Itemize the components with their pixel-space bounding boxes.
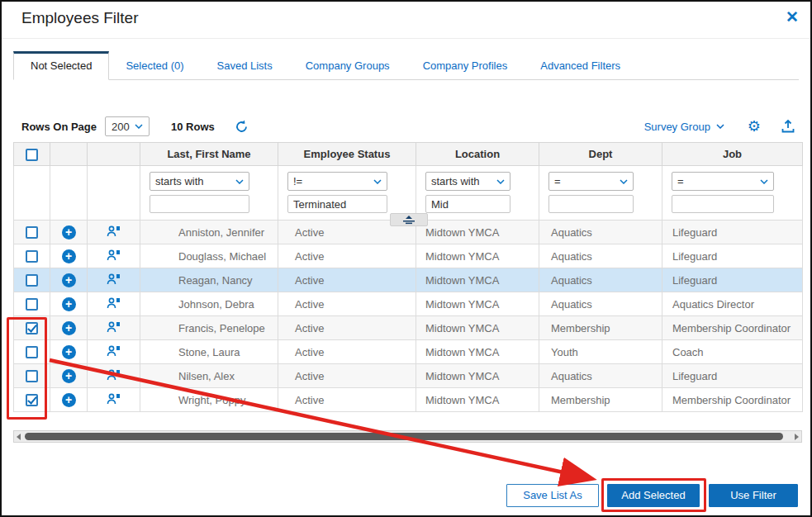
employee-profile-icon[interactable] [107,296,121,310]
employees-filter-dialog: Employees Filter ✕ Not Selected Selected… [0,0,812,517]
employee-profile-icon[interactable] [107,368,121,382]
cell-name: Johnson, Debra [140,292,278,316]
page-size-dropdown[interactable]: 200 [105,116,150,136]
column-header-name[interactable]: Last, First Name [140,143,278,166]
cell-status: Active [278,292,416,316]
table-row[interactable]: + Reagan, Nancy Active Midtown YMCA Aqua… [14,268,803,292]
chevron-down-icon [373,179,382,184]
cell-name: Reagan, Nancy [140,268,278,292]
cell-dept: Aquatics [539,244,662,268]
cell-dept: Youth [539,340,662,364]
add-circle-icon[interactable]: + [62,369,76,383]
cell-job: Membership Coordinator [662,316,803,340]
scroll-left-arrow-icon[interactable] [17,434,21,440]
tab-bar: Not Selected Selected (0) Saved Lists Co… [13,51,799,80]
job-filter-input[interactable] [672,195,774,213]
scrollbar-thumb[interactable] [25,433,783,440]
cell-dept: Aquatics [539,221,662,244]
cell-status: Active [278,244,416,268]
tab-selected[interactable]: Selected (0) [109,52,200,79]
status-filter-input[interactable] [287,195,387,213]
sort-handle-icon[interactable] [390,213,428,226]
cell-job: Membership Coordinator [662,388,803,412]
table-header-row: Last, First Name Employee Status Locatio… [14,143,803,166]
cell-status: Active [278,316,416,340]
tab-company-profiles[interactable]: Company Profiles [406,52,525,79]
dept-filter-input[interactable] [548,195,634,213]
table-row[interactable]: + Douglass, Michael Active Midtown YMCA … [14,244,803,268]
row-checkbox[interactable] [26,322,38,334]
employee-profile-icon[interactable] [107,344,121,358]
status-filter-operator[interactable]: != [287,172,387,191]
tab-company-groups[interactable]: Company Groups [289,52,406,79]
employee-profile-icon[interactable] [107,392,121,406]
cell-status: Active [278,268,416,292]
column-header-location[interactable]: Location [416,143,539,166]
cell-location: Midtown YMCA [416,292,539,316]
employee-profile-icon[interactable] [107,273,121,286]
table-row[interactable]: + Johnson, Debra Active Midtown YMCA Aqu… [14,292,803,316]
cell-status: Active [278,340,416,364]
location-filter-operator[interactable]: starts with [425,172,510,191]
add-circle-icon[interactable]: + [62,273,76,287]
refresh-button[interactable] [235,120,249,134]
chevron-down-icon [235,179,244,184]
horizontal-scrollbar[interactable] [13,430,802,443]
cell-location: Midtown YMCA [416,221,539,244]
cell-name: Francis, Penelope [140,316,278,340]
select-all-checkbox[interactable] [26,149,38,161]
tab-saved-lists[interactable]: Saved Lists [201,52,289,79]
cell-name: Wright, Poppy [140,388,278,412]
table-row[interactable]: + Stone, Laura Active Midtown YMCA Youth… [14,340,803,364]
chevron-down-icon [716,124,724,129]
export-button[interactable] [781,119,795,134]
cell-name: Douglass, Michael [140,244,278,268]
job-filter-operator[interactable]: = [672,172,774,191]
row-checkbox[interactable] [26,226,38,239]
cell-location: Midtown YMCA [416,340,539,364]
row-checkbox[interactable] [26,298,38,311]
add-selected-button[interactable]: Add Selected [607,484,700,507]
add-circle-icon[interactable]: + [62,249,76,263]
row-checkbox[interactable] [26,394,38,406]
cell-location: Midtown YMCA [416,364,539,388]
table-row[interactable]: + Wright, Poppy Active Midtown YMCA Memb… [14,388,803,412]
add-circle-icon[interactable]: + [62,345,76,359]
tab-not-selected[interactable]: Not Selected [13,51,109,80]
add-circle-icon[interactable]: + [62,225,76,240]
dept-filter-operator[interactable]: = [548,172,634,191]
row-checkbox[interactable] [26,370,38,382]
close-icon[interactable]: ✕ [786,7,799,26]
employee-profile-icon[interactable] [107,320,121,334]
row-checkbox[interactable] [26,346,38,358]
use-filter-button[interactable]: Use Filter [709,484,798,507]
name-filter-input[interactable] [150,195,249,213]
table-row[interactable]: + Nilsen, Alex Active Midtown YMCA Aquat… [14,364,803,388]
add-circle-icon[interactable]: + [62,393,76,407]
name-filter-operator[interactable]: starts with [150,172,249,191]
cell-status: Active [278,388,416,412]
save-list-as-button[interactable]: Save List As [506,484,599,507]
chevron-down-icon [496,179,505,184]
location-filter-input[interactable] [425,195,510,213]
page-title: Employees Filter [21,9,139,27]
employee-profile-icon[interactable] [107,249,121,262]
cell-job: Lifeguard [662,364,803,388]
column-header-job[interactable]: Job [662,143,803,166]
column-header-dept[interactable]: Dept [539,143,662,166]
tab-advanced-filters[interactable]: Advanced Filters [524,52,637,79]
survey-group-dropdown[interactable]: Survey Group [644,121,724,133]
add-circle-icon[interactable]: + [62,321,76,335]
column-header-status[interactable]: Employee Status [278,143,416,166]
row-checkbox[interactable] [26,274,38,287]
settings-gear-icon[interactable]: ⚙ [748,119,761,134]
employee-profile-icon[interactable] [107,225,121,238]
row-checkbox[interactable] [26,250,38,263]
add-circle-icon[interactable]: + [62,297,76,311]
row-count-label: 10 Rows [171,121,215,133]
employees-table: Last, First Name Employee Status Locatio… [13,142,803,412]
scroll-right-arrow-icon[interactable] [795,434,799,440]
table-row[interactable]: + Francis, Penelope Active Midtown YMCA … [14,316,803,340]
cell-job: Lifeguard [662,221,803,244]
chevron-down-icon [620,179,628,184]
